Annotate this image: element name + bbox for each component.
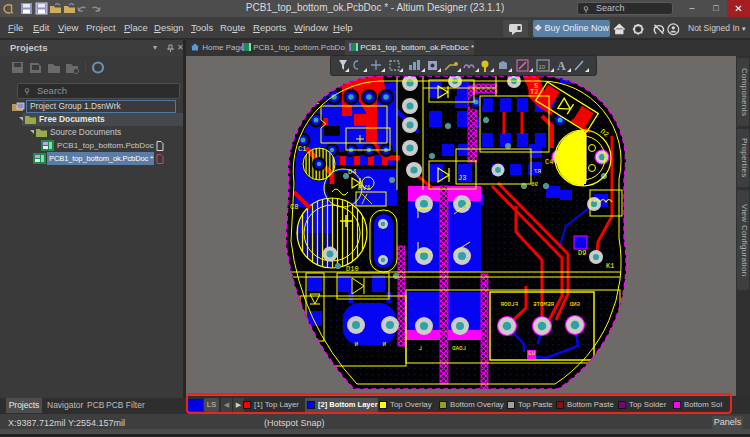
svg-text:C8: C8: [290, 203, 298, 211]
svg-text:FLOOR: FLOOR: [500, 301, 518, 308]
svg-text:R7: R7: [534, 168, 541, 175]
svg-text:N: N: [382, 341, 386, 348]
svg-text:N: N: [354, 341, 358, 348]
svg-text:D10: D10: [346, 265, 359, 273]
svg-text:GND: GND: [569, 301, 580, 308]
svg-text:J3: J3: [458, 174, 466, 182]
svg-text:C1: C1: [298, 145, 306, 153]
svg-text:A: A: [557, 59, 566, 73]
svg-text:LOAD: LOAD: [452, 345, 466, 352]
svg-text:D4: D4: [348, 168, 356, 176]
svg-text:10: 10: [539, 64, 546, 70]
svg-text:C4: C4: [545, 158, 553, 166]
svg-text:S: S: [534, 82, 538, 90]
svg-text:RV1: RV1: [358, 184, 371, 192]
svg-text:96: 96: [531, 181, 538, 188]
svg-text:REMOTE: REMOTE: [533, 301, 554, 308]
svg-text:K1: K1: [606, 262, 614, 270]
svg-text:D9: D9: [578, 249, 586, 257]
svg-text:L: L: [418, 345, 422, 352]
svg-text:U3: U3: [528, 350, 535, 357]
